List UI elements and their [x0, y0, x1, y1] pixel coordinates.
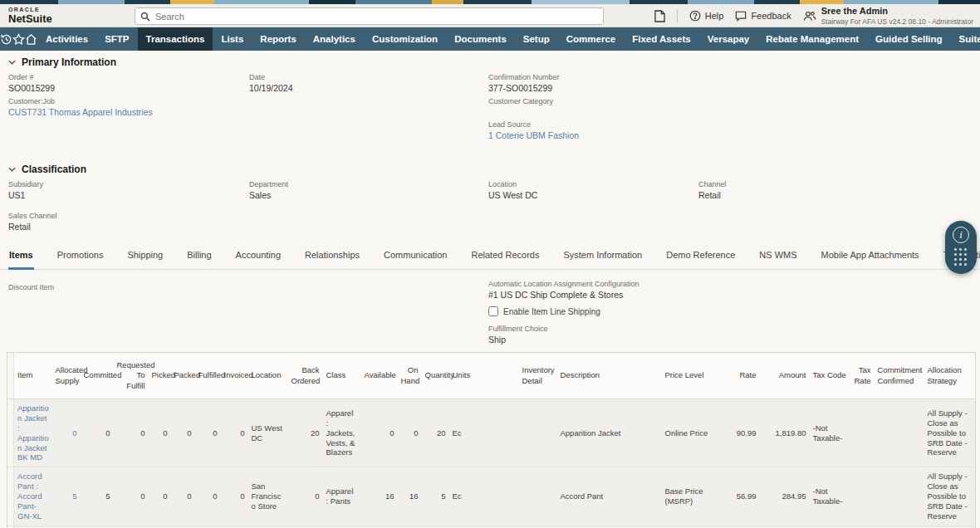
- cell-price-level: Base Price (MSRP): [662, 467, 715, 526]
- enable-item-line-shipping-label: Enable Item Line Shipping: [503, 307, 600, 316]
- customer-category-label: Customer Category: [488, 97, 553, 105]
- col-class: Class: [323, 353, 361, 399]
- drag-handle-dots-icon[interactable]: [954, 248, 968, 266]
- customer-job-link[interactable]: CUST731 Thomas Apparel Industries: [8, 107, 153, 117]
- nav-item[interactable]: Fixed Assets: [624, 27, 699, 51]
- cell-fulfilled: 0: [195, 467, 221, 526]
- allocated-supply-link[interactable]: 0: [72, 428, 76, 438]
- cell-rate: 90.99: [715, 399, 760, 467]
- row-gutter[interactable]: [7, 467, 14, 526]
- feedback-label: Feedback: [751, 11, 791, 21]
- col-allocated-supply: Allocated Supply: [52, 353, 81, 399]
- col-item: Item: [14, 353, 52, 399]
- classification-header[interactable]: Classification: [8, 164, 980, 175]
- cell-requested-to-fulfill: 0: [114, 399, 149, 467]
- table-row: Accord Pant : Accord Pant-GN-XL 5 5 0 0 …: [7, 467, 976, 526]
- cell-item: Accord Pant : Accord Pant-GN-XL: [14, 467, 52, 526]
- recent-records-icon[interactable]: [0, 27, 12, 51]
- col-commitment-confirmed: Commitment Confirmed: [875, 353, 924, 399]
- nav-item[interactable]: SFTP: [96, 27, 137, 51]
- nav-item[interactable]: Activities: [37, 27, 96, 51]
- table-row: Apparition Jacket : Apparition Jacket BK…: [7, 399, 976, 467]
- nav-item[interactable]: Customization: [364, 27, 446, 51]
- enable-item-line-shipping-checkbox[interactable]: [488, 306, 498, 316]
- cell-back-ordered: 0: [288, 467, 323, 526]
- nav-item[interactable]: Lists: [213, 27, 252, 51]
- cell-commitment-confirmed: [875, 467, 924, 526]
- fulfillment-choice-value: Ship: [488, 335, 548, 345]
- cell-allocation-strategy: All Supply - Close as Possible to SRB Da…: [924, 399, 976, 467]
- shortcuts-star-icon[interactable]: [12, 27, 25, 51]
- tab[interactable]: Related Records: [470, 250, 540, 270]
- tab[interactable]: Promotions: [56, 250, 105, 270]
- cell-item: Apparition Jacket : Apparition Jacket BK…: [14, 399, 52, 467]
- item-link[interactable]: Apparition Jacket : Apparition Jacket BK…: [17, 403, 49, 462]
- cell-packed: 0: [171, 399, 195, 467]
- assistant-widget[interactable]: i: [945, 221, 977, 274]
- tab[interactable]: Demo Reference: [665, 250, 736, 270]
- tab[interactable]: Relationships: [304, 250, 360, 270]
- nav-item[interactable]: Setup: [515, 27, 558, 51]
- tab[interactable]: System Information: [562, 250, 643, 270]
- nav-item[interactable]: Versapay: [699, 27, 758, 51]
- nav-item[interactable]: Commerce: [558, 27, 624, 51]
- oracle-wordmark: ORACLE: [8, 7, 52, 12]
- nav-item[interactable]: Analytics: [305, 27, 364, 51]
- field-fulfillment-choice: Fulfillment Choice Ship: [488, 325, 548, 345]
- page-icon: [654, 10, 665, 22]
- cell-picked: 0: [149, 399, 171, 467]
- col-available: Available: [361, 353, 398, 399]
- field-department: Department Sales: [249, 180, 288, 200]
- primary-information-title: Primary Information: [22, 56, 116, 68]
- col-location: Location: [248, 353, 288, 399]
- chevron-down-icon: [8, 167, 16, 172]
- confirmation-number-value: 377-SO0015299: [488, 83, 560, 93]
- nav-item[interactable]: Rebate Management: [757, 27, 867, 51]
- tab[interactable]: Communication: [383, 250, 448, 270]
- tab[interactable]: NS WMS: [758, 250, 797, 270]
- cell-quantity: 20: [422, 399, 449, 467]
- item-link[interactable]: Accord Pant : Accord Pant-GN-XL: [17, 472, 42, 521]
- cell-quantity: 5: [422, 467, 449, 526]
- primary-information-header[interactable]: Primary Information: [8, 56, 980, 68]
- user-icon: [803, 10, 816, 22]
- help-button[interactable]: Help: [689, 10, 724, 22]
- tab[interactable]: Mobile App Attachments: [821, 250, 920, 270]
- allocated-supply-link[interactable]: 5: [72, 491, 76, 501]
- col-tax-code: Tax Code: [810, 353, 851, 399]
- search-input[interactable]: [155, 12, 598, 22]
- tab[interactable]: Shipping: [126, 250, 164, 270]
- info-icon[interactable]: i: [953, 227, 969, 243]
- header-divider: [677, 9, 678, 22]
- chevron-down-icon: [8, 60, 16, 65]
- cell-location: San Francisco Store: [248, 467, 288, 526]
- tab[interactable]: Accounting: [235, 250, 282, 270]
- nav-item[interactable]: Documents: [446, 27, 515, 51]
- row-gutter[interactable]: [7, 399, 14, 467]
- items-table: Item Allocated Supply Committed Requeste…: [7, 352, 976, 528]
- cell-invoiced: 0: [221, 467, 248, 526]
- nav-item[interactable]: SuiteApps: [951, 27, 980, 51]
- global-search[interactable]: [135, 7, 604, 25]
- help-label: Help: [705, 11, 724, 21]
- tab[interactable]: Billing: [186, 250, 212, 270]
- home-icon[interactable]: [25, 27, 37, 51]
- feedback-button[interactable]: Feedback: [735, 11, 791, 22]
- cell-committed: 0: [81, 399, 114, 467]
- main-nav: ActivitiesSFTPTransactionsListsReportsAn…: [0, 27, 980, 51]
- field-discount-item: Discount Item: [8, 283, 54, 293]
- nav-item[interactable]: Reports: [252, 27, 304, 51]
- user-menu[interactable]: Sree the Admin Stairway For AFA US v24.2…: [803, 6, 973, 25]
- tab[interactable]: Items: [8, 250, 34, 270]
- lead-source-link[interactable]: 1 Coterie UBM Fashion: [488, 130, 579, 140]
- cell-commitment-confirmed: [875, 399, 924, 467]
- date-label: Date: [249, 73, 293, 81]
- nav-item[interactable]: Transactions: [138, 27, 213, 51]
- netsuite-wordmark: NetSuite: [8, 13, 52, 24]
- netsuite-logo[interactable]: ORACLE NetSuite: [8, 7, 52, 24]
- new-document-button[interactable]: [654, 10, 665, 22]
- classification-title: Classification: [22, 164, 86, 175]
- sales-channel-value: Retail: [8, 222, 57, 232]
- nav-item[interactable]: Guided Selling: [867, 27, 951, 51]
- cell-class: Apparel : Jackets, Vests, & Blazers: [323, 399, 361, 467]
